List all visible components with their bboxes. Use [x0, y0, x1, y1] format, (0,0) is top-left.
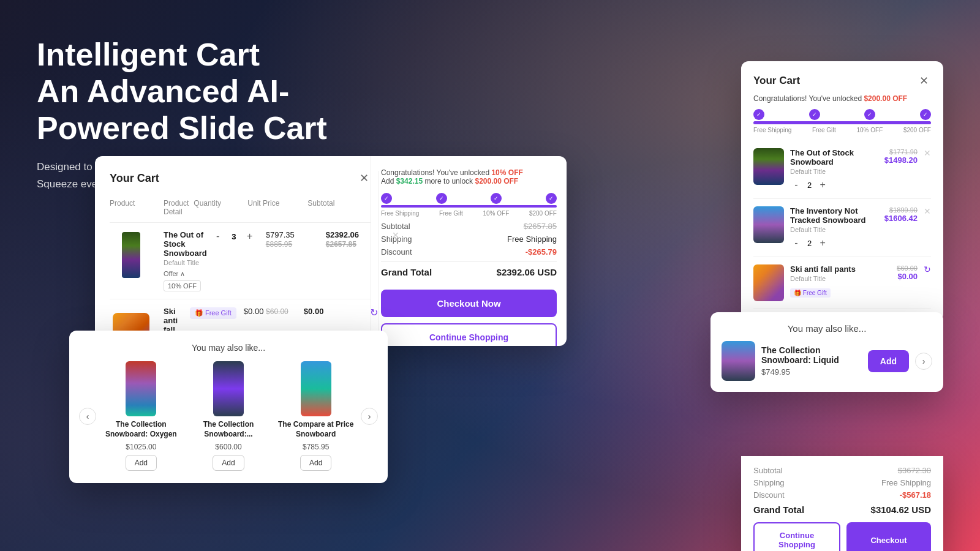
discount-badge: 10% OFF: [164, 280, 201, 291]
progress-dot-4: ✓: [546, 193, 557, 204]
summary-subtotal-row: Subtotal $2657.85: [381, 222, 557, 231]
right-item-qty-1: - 2 +: [790, 179, 878, 191]
gift-price: $0.00: [244, 307, 264, 316]
close-icon[interactable]: ✕: [356, 171, 371, 186]
discount-value: -$265.79: [526, 247, 557, 257]
right-item-details-1: The Out of Stock Snowboard Default Title…: [790, 148, 878, 191]
progress-fill: [381, 205, 557, 208]
original-price: $885.95: [266, 240, 292, 249]
reco-price-3: $785.95: [303, 443, 329, 451]
subtotal-value: $2657.85: [524, 222, 557, 231]
shipping-label: Shipping: [381, 234, 412, 244]
right-item-name-3: Ski anti fall pants: [790, 264, 891, 274]
right-continue-shopping-button[interactable]: Continue Shopping: [753, 522, 840, 551]
reco-popup-img: [722, 341, 755, 381]
right-summary-subtotal: Subtotal $3672.30: [753, 466, 931, 475]
right-subtotal-val: $3672.30: [898, 466, 931, 475]
main-cart-header: Your Cart ✕: [110, 171, 371, 186]
table-header: Product Product Detail Quantity Unit Pri…: [110, 195, 371, 223]
progress-labels: Free Shipping Free Gift 10% OFF $200 OFF: [381, 210, 557, 217]
reco-prev-btn[interactable]: ‹: [79, 408, 96, 425]
right-cart-card: Your Cart ✕ Congratulations! You've unlo…: [741, 61, 943, 321]
grand-total-row: Grand Total $2392.06 USD: [381, 261, 557, 277]
right-grand-label: Grand Total: [753, 504, 804, 515]
unlock-off-right: OFF: [892, 94, 907, 103]
reco-name-1: The Collection Snowboard: Oxygen: [101, 420, 181, 439]
right-item-details-2: The Inventory Not Tracked Snowboard Defa…: [790, 206, 878, 249]
checkout-now-button[interactable]: Checkout Now: [381, 290, 557, 317]
free-gift-badge: 🎁 Free Gift: [190, 307, 236, 319]
progress-dot-2: ✓: [436, 193, 447, 204]
reco-add-btn-3[interactable]: Add: [300, 455, 331, 471]
right-progress-fill: [753, 121, 931, 124]
cart-item: The Out of Stock Snowboard Default Title…: [110, 223, 371, 299]
reco-img-collection: [213, 361, 244, 416]
offer-toggle[interactable]: Offer ∧: [164, 270, 207, 278]
current-price: $797.35: [266, 230, 295, 239]
decrease-qty-btn[interactable]: -: [212, 230, 224, 242]
right-item-name-2: The Inventory Not Tracked Snowboard: [790, 206, 878, 225]
reco-popup-add-btn[interactable]: Add: [868, 350, 909, 372]
reco-add-btn-2[interactable]: Add: [213, 455, 244, 471]
right-qty-val-1: 2: [807, 181, 812, 190]
recommendations-card: You may also like... ‹ The Collection Sn…: [69, 331, 388, 483]
right-remove-icon-1[interactable]: ✕: [924, 148, 931, 158]
right-subtotal-label: Subtotal: [753, 466, 783, 475]
right-item-variant-1: Default Title: [790, 168, 878, 175]
reco-img-compare: [301, 361, 331, 416]
hero-title-line2: An Advanced AI-Powered Slide Cart: [37, 73, 327, 146]
increase-qty-btn[interactable]: +: [244, 230, 256, 242]
continue-shopping-button[interactable]: Continue Shopping: [381, 323, 557, 346]
reco-next-btn[interactable]: ›: [361, 408, 378, 425]
right-action-buttons: Continue Shopping Checkout: [753, 522, 931, 551]
right-grand-val: $3104.62 USD: [871, 504, 931, 515]
reco-popup-title: You may also like...: [722, 323, 932, 334]
right-shipping-label: Shipping: [753, 478, 785, 487]
right-pants-visual: [753, 264, 784, 301]
free-gift-qty: 🎁 Free Gift: [190, 307, 239, 319]
reco-add-btn-1[interactable]: Add: [126, 455, 157, 471]
rpd-3: ✓: [864, 109, 875, 120]
reco-popup-next-btn[interactable]: ›: [915, 353, 932, 370]
item-variant: Default Title: [164, 259, 207, 266]
right-grand-total-row: Grand Total $3104.62 USD: [753, 504, 931, 515]
snowboard-visual: [122, 232, 140, 278]
progress-dot-3: ✓: [491, 193, 502, 204]
right-cur-price-1: $1498.20: [884, 156, 918, 165]
reco-item: The Collection Snowboard: Oxygen $1025.0…: [101, 361, 181, 471]
rpd-2: ✓: [809, 109, 820, 120]
quantity-control: - 3 +: [212, 230, 261, 242]
main-cart-card: Your Cart ✕ Product Product Detail Quant…: [95, 156, 567, 346]
gift-original-price: $60.00: [266, 307, 288, 316]
right-decrease-btn-1[interactable]: -: [790, 179, 802, 191]
hero-title: Intelligent Cart An Advanced AI-Powered …: [37, 37, 404, 146]
right-item-img-2: [753, 206, 784, 243]
add-more-amount: $342.15: [396, 177, 423, 186]
right-item-price-1: $1771.90 $1498.20: [884, 148, 918, 165]
right-cart-summary: Subtotal $3672.30 Shipping Free Shipping…: [741, 456, 943, 551]
unit-price-col-2: $0.00 $60.00: [244, 307, 299, 316]
right-item-variant-2: Default Title: [790, 226, 878, 233]
right-remove-icon-2[interactable]: ✕: [924, 206, 931, 216]
reco-popup-info: The Collection Snowboard: Liquid $749.95: [761, 345, 862, 377]
right-close-icon[interactable]: ✕: [916, 73, 931, 88]
right-item-img-1: [753, 148, 784, 185]
reco-items-grid: The Collection Snowboard: Oxygen $1025.0…: [101, 361, 356, 471]
right-decrease-btn-2[interactable]: -: [790, 237, 802, 249]
right-cart-item: The Out of Stock Snowboard Default Title…: [753, 141, 931, 199]
summary-notice: Congratulations! You've unlocked 10% OFF…: [381, 168, 557, 186]
progress-dot-1: ✓: [381, 193, 392, 204]
right-refresh-icon[interactable]: ↻: [924, 264, 931, 274]
reco-item: The Compare at Price Snowboard $785.95 A…: [276, 361, 356, 471]
right-checkout-button[interactable]: Checkout: [846, 522, 931, 551]
right-cur-price-3: $0.00: [897, 272, 918, 281]
reco-name-2: The Collection Snowboard:...: [189, 420, 269, 439]
right-increase-btn-2[interactable]: +: [816, 237, 829, 249]
right-increase-btn-1[interactable]: +: [816, 179, 829, 191]
reco-popup-content: The Collection Snowboard: Liquid $749.95…: [722, 341, 932, 381]
grand-total-label: Grand Total: [381, 267, 432, 277]
subtotal-original: $2657.85: [326, 240, 356, 249]
right-qty-val-2: 2: [807, 239, 812, 248]
main-cart-title: Your Cart: [110, 172, 159, 185]
quantity-value: 3: [229, 232, 239, 241]
